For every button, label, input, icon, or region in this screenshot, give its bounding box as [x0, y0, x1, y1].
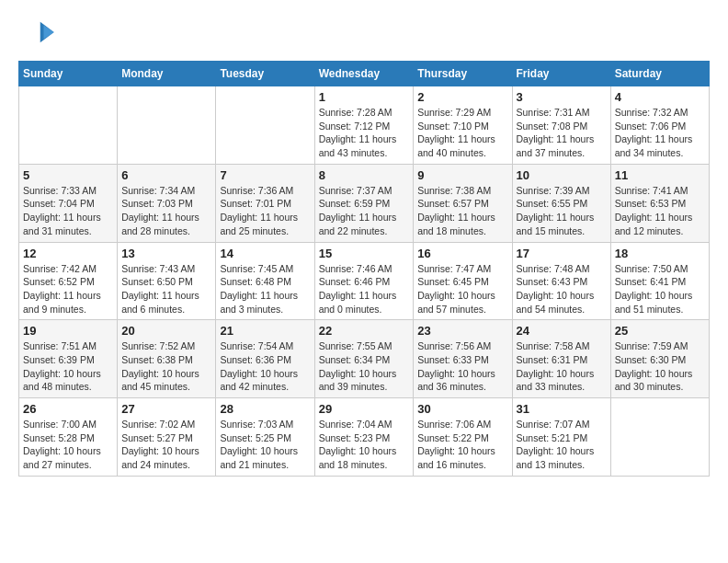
day-info: Sunrise: 7:29 AM Sunset: 7:10 PM Dayligh…: [417, 106, 507, 160]
day-number: 10: [517, 168, 607, 182]
week-row-5: 26Sunrise: 7:00 AM Sunset: 5:28 PM Dayli…: [19, 398, 710, 477]
day-cell: 14Sunrise: 7:45 AM Sunset: 6:48 PM Dayli…: [216, 242, 314, 320]
day-number: 26: [23, 402, 113, 416]
day-cell: 4Sunrise: 7:32 AM Sunset: 7:06 PM Daylig…: [610, 86, 709, 165]
day-info: Sunrise: 7:06 AM Sunset: 5:22 PM Dayligh…: [417, 418, 507, 472]
day-info: Sunrise: 7:07 AM Sunset: 5:21 PM Dayligh…: [517, 418, 607, 472]
day-info: Sunrise: 7:55 AM Sunset: 6:34 PM Dayligh…: [319, 339, 410, 394]
day-cell: 13Sunrise: 7:43 AM Sunset: 6:50 PM Dayli…: [118, 242, 216, 320]
day-cell: 1Sunrise: 7:28 AM Sunset: 7:12 PM Daylig…: [314, 86, 414, 165]
day-info: Sunrise: 7:51 AM Sunset: 6:39 PM Dayligh…: [23, 339, 113, 394]
day-number: 6: [121, 168, 211, 182]
day-cell: 15Sunrise: 7:46 AM Sunset: 6:46 PM Dayli…: [314, 242, 414, 320]
day-info: Sunrise: 7:52 AM Sunset: 6:38 PM Dayligh…: [121, 339, 211, 394]
day-number: 22: [319, 324, 410, 338]
day-info: Sunrise: 7:28 AM Sunset: 7:12 PM Dayligh…: [319, 106, 410, 160]
day-cell: [118, 86, 216, 165]
day-number: 21: [220, 324, 310, 338]
week-row-4: 19Sunrise: 7:51 AM Sunset: 6:39 PM Dayli…: [19, 320, 710, 398]
day-number: 23: [417, 324, 507, 338]
day-info: Sunrise: 7:39 AM Sunset: 6:55 PM Dayligh…: [517, 184, 607, 238]
day-cell: 7Sunrise: 7:36 AM Sunset: 7:01 PM Daylig…: [216, 164, 314, 242]
day-number: 7: [220, 168, 310, 182]
day-number: 4: [615, 90, 705, 104]
header-monday: Monday: [118, 62, 216, 86]
header-tuesday: Tuesday: [216, 62, 314, 86]
day-info: Sunrise: 7:47 AM Sunset: 6:45 PM Dayligh…: [417, 262, 507, 316]
week-row-2: 5Sunrise: 7:33 AM Sunset: 7:04 PM Daylig…: [19, 164, 710, 242]
week-row-1: 1Sunrise: 7:28 AM Sunset: 7:12 PM Daylig…: [19, 86, 710, 165]
day-cell: 2Sunrise: 7:29 AM Sunset: 7:10 PM Daylig…: [414, 86, 512, 165]
day-cell: 19Sunrise: 7:51 AM Sunset: 6:39 PM Dayli…: [19, 320, 118, 398]
header-friday: Friday: [512, 62, 610, 86]
header-sunday: Sunday: [19, 62, 118, 86]
day-number: 5: [23, 168, 113, 182]
day-number: 16: [417, 247, 507, 260]
day-info: Sunrise: 7:32 AM Sunset: 7:06 PM Dayligh…: [615, 106, 705, 160]
day-number: 8: [319, 168, 410, 182]
day-number: 12: [23, 247, 113, 260]
day-cell: 5Sunrise: 7:33 AM Sunset: 7:04 PM Daylig…: [19, 164, 118, 242]
day-number: 25: [615, 324, 705, 338]
day-cell: 23Sunrise: 7:56 AM Sunset: 6:33 PM Dayli…: [414, 320, 512, 398]
header-wednesday: Wednesday: [314, 62, 414, 86]
day-info: Sunrise: 7:46 AM Sunset: 6:46 PM Dayligh…: [319, 262, 410, 316]
day-number: 29: [319, 402, 410, 416]
svg-marker-1: [44, 26, 54, 40]
day-number: 2: [417, 90, 507, 104]
calendar-table: SundayMondayTuesdayWednesdayThursdayFrid…: [18, 61, 710, 477]
day-cell: 25Sunrise: 7:59 AM Sunset: 6:30 PM Dayli…: [610, 320, 709, 398]
day-number: 19: [23, 324, 113, 338]
day-number: 28: [220, 402, 310, 416]
day-cell: 18Sunrise: 7:50 AM Sunset: 6:41 PM Dayli…: [610, 242, 709, 320]
day-info: Sunrise: 7:33 AM Sunset: 7:04 PM Dayligh…: [23, 184, 113, 238]
day-number: 9: [417, 168, 507, 182]
day-number: 18: [615, 247, 705, 260]
day-info: Sunrise: 7:45 AM Sunset: 6:48 PM Dayligh…: [220, 262, 310, 316]
header-thursday: Thursday: [414, 62, 512, 86]
day-cell: [610, 398, 709, 477]
day-cell: 6Sunrise: 7:34 AM Sunset: 7:03 PM Daylig…: [118, 164, 216, 242]
day-number: 31: [517, 402, 607, 416]
day-number: 17: [517, 247, 607, 260]
header-saturday: Saturday: [610, 62, 709, 86]
day-info: Sunrise: 7:42 AM Sunset: 6:52 PM Dayligh…: [23, 262, 113, 316]
day-cell: 8Sunrise: 7:37 AM Sunset: 6:59 PM Daylig…: [314, 164, 414, 242]
day-cell: 12Sunrise: 7:42 AM Sunset: 6:52 PM Dayli…: [19, 242, 118, 320]
day-cell: 28Sunrise: 7:03 AM Sunset: 5:25 PM Dayli…: [216, 398, 314, 477]
day-number: 11: [615, 168, 705, 182]
day-info: Sunrise: 7:43 AM Sunset: 6:50 PM Dayligh…: [121, 262, 211, 316]
day-info: Sunrise: 7:54 AM Sunset: 6:36 PM Dayligh…: [220, 339, 310, 394]
day-info: Sunrise: 7:02 AM Sunset: 5:27 PM Dayligh…: [121, 418, 211, 472]
logo: [18, 18, 59, 46]
logo-icon: [18, 18, 55, 46]
day-cell: 31Sunrise: 7:07 AM Sunset: 5:21 PM Dayli…: [512, 398, 610, 477]
day-cell: 10Sunrise: 7:39 AM Sunset: 6:55 PM Dayli…: [512, 164, 610, 242]
day-cell: 11Sunrise: 7:41 AM Sunset: 6:53 PM Dayli…: [610, 164, 709, 242]
day-cell: 9Sunrise: 7:38 AM Sunset: 6:57 PM Daylig…: [414, 164, 512, 242]
day-info: Sunrise: 7:00 AM Sunset: 5:28 PM Dayligh…: [23, 418, 113, 472]
day-cell: 27Sunrise: 7:02 AM Sunset: 5:27 PM Dayli…: [118, 398, 216, 477]
day-number: 20: [121, 324, 211, 338]
day-cell: 22Sunrise: 7:55 AM Sunset: 6:34 PM Dayli…: [314, 320, 414, 398]
day-cell: 24Sunrise: 7:58 AM Sunset: 6:31 PM Dayli…: [512, 320, 610, 398]
day-cell: 30Sunrise: 7:06 AM Sunset: 5:22 PM Dayli…: [414, 398, 512, 477]
day-cell: 21Sunrise: 7:54 AM Sunset: 6:36 PM Dayli…: [216, 320, 314, 398]
day-info: Sunrise: 7:37 AM Sunset: 6:59 PM Dayligh…: [319, 184, 410, 238]
day-info: Sunrise: 7:50 AM Sunset: 6:41 PM Dayligh…: [615, 262, 705, 316]
day-info: Sunrise: 7:34 AM Sunset: 7:03 PM Dayligh…: [121, 184, 211, 238]
day-number: 15: [319, 247, 410, 260]
day-info: Sunrise: 7:58 AM Sunset: 6:31 PM Dayligh…: [517, 339, 607, 394]
page-header: [18, 18, 710, 46]
day-info: Sunrise: 7:04 AM Sunset: 5:23 PM Dayligh…: [319, 418, 410, 472]
day-cell: 20Sunrise: 7:52 AM Sunset: 6:38 PM Dayli…: [118, 320, 216, 398]
day-cell: 17Sunrise: 7:48 AM Sunset: 6:43 PM Dayli…: [512, 242, 610, 320]
day-info: Sunrise: 7:31 AM Sunset: 7:08 PM Dayligh…: [517, 106, 607, 160]
day-cell: 29Sunrise: 7:04 AM Sunset: 5:23 PM Dayli…: [314, 398, 414, 477]
day-info: Sunrise: 7:03 AM Sunset: 5:25 PM Dayligh…: [220, 418, 310, 472]
day-info: Sunrise: 7:36 AM Sunset: 7:01 PM Dayligh…: [220, 184, 310, 238]
day-info: Sunrise: 7:48 AM Sunset: 6:43 PM Dayligh…: [517, 262, 607, 316]
day-info: Sunrise: 7:38 AM Sunset: 6:57 PM Dayligh…: [417, 184, 507, 238]
day-cell: [19, 86, 118, 165]
day-number: 14: [220, 247, 310, 260]
